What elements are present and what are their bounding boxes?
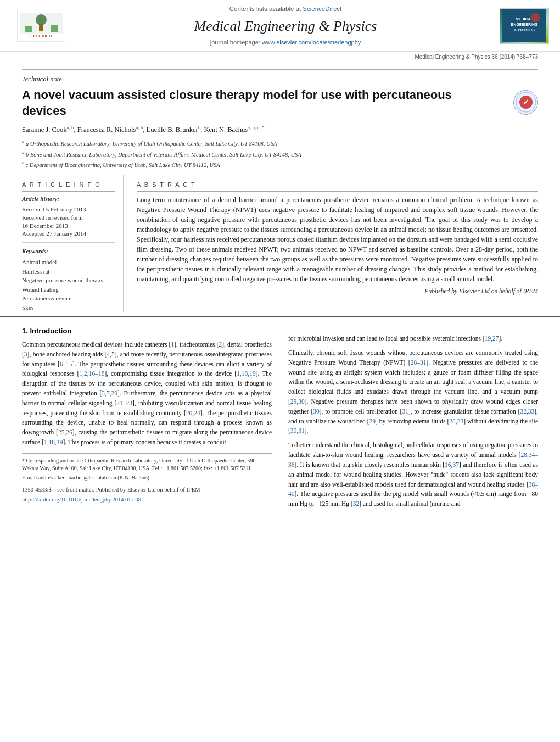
ref-29b[interactable]: 29 bbox=[369, 418, 376, 425]
sciencedirect-link[interactable]: ScienceDirect bbox=[303, 5, 341, 12]
article-title-row: A novel vacuum assisted closure therapy … bbox=[22, 87, 538, 119]
svg-point-2 bbox=[36, 14, 47, 25]
body-right-col: for microbial invasion and can lead to l… bbox=[288, 323, 538, 514]
ref-30b[interactable]: 30 bbox=[313, 408, 320, 415]
journal-issue: Medical Engineering & Physics 36 (2014) … bbox=[22, 53, 538, 62]
abstract-text: Long-term maintenance of a dermal barrie… bbox=[137, 195, 538, 284]
ref-38-40[interactable]: 38–40 bbox=[288, 481, 538, 498]
intro-para-2: for microbial invasion and can lead to l… bbox=[288, 334, 538, 344]
svg-text:& PHYSICS: & PHYSICS bbox=[514, 28, 535, 32]
keyword-3: Negative-pressure wound therapy bbox=[22, 276, 115, 285]
ref-25-26[interactable]: 25,26 bbox=[58, 429, 72, 436]
main-body: 1. Introduction Common percutaneous medi… bbox=[0, 316, 560, 525]
ref-3-7-20[interactable]: 3,7,20 bbox=[102, 390, 117, 397]
section1-title: 1. Introduction bbox=[22, 326, 272, 337]
author-2: Francesca R. Nicholsa, b bbox=[77, 126, 143, 133]
ref-1-18-19b[interactable]: 1,18,19 bbox=[44, 439, 63, 445]
svg-text:ELSEVIER: ELSEVIER bbox=[30, 34, 52, 38]
article-history-label: Article history: bbox=[22, 195, 115, 204]
ref-28-31[interactable]: 28–31 bbox=[411, 359, 427, 366]
journal-title: Medical Engineering & Physics bbox=[82, 16, 489, 37]
svg-text:MEDICAL: MEDICAL bbox=[516, 17, 534, 21]
svg-text:✓: ✓ bbox=[523, 98, 529, 107]
intro-para-3: Clinically, chronic soft tissue wounds w… bbox=[288, 348, 538, 436]
ref-19-27[interactable]: 19,27 bbox=[485, 335, 499, 342]
ref-20-24[interactable]: 20,24 bbox=[186, 410, 200, 416]
article-title: A novel vacuum assisted closure therapy … bbox=[22, 87, 472, 119]
journal-homepage: journal homepage: www.elsevier.com/locat… bbox=[82, 38, 489, 47]
doi-line: http://dx.doi.org/10.1016/j.medengphy.20… bbox=[22, 496, 272, 504]
ref-6-15[interactable]: 6–15 bbox=[60, 361, 72, 367]
article-received: Received 5 February 2013 Received in rev… bbox=[22, 205, 115, 238]
ref-31b[interactable]: 31 bbox=[402, 408, 408, 415]
affiliation-c: c c Department of Bioengineering, Univer… bbox=[22, 159, 538, 169]
corresponding-author-note: * Corresponding author at: Orthopaedic R… bbox=[22, 457, 272, 472]
article-info-header: A R T I C L E I N F O bbox=[22, 181, 115, 192]
elsevier-logo: ELSEVIER bbox=[11, 10, 71, 42]
ref-1-2-16-18[interactable]: 1,2,16–18 bbox=[79, 370, 104, 377]
email-note: E-mail address: kent.bachus@hsc.utah.edu… bbox=[22, 474, 272, 482]
keyword-2: Hairless rat bbox=[22, 267, 115, 276]
intro-para-4: To better understand the clinical, histo… bbox=[288, 440, 538, 509]
body-left-col: 1. Introduction Common percutaneous medi… bbox=[22, 323, 272, 514]
author-3: Lucille B. Brunkerb bbox=[147, 126, 201, 133]
sciencedirect-text: Contents lists available at ScienceDirec… bbox=[82, 4, 489, 14]
published-by: Published by Elsevier Ltd on behalf of I… bbox=[137, 287, 538, 296]
body-columns: 1. Introduction Common percutaneous medi… bbox=[22, 323, 538, 514]
affiliation-b: b b Bone and Joint Research Laboratory, … bbox=[22, 149, 538, 159]
authors-line: Saranne J. Cooka, b, Francesca R. Nichol… bbox=[22, 124, 538, 135]
keywords-label: Keywords: bbox=[22, 247, 115, 256]
article-info-col: A R T I C L E I N F O Article history: R… bbox=[22, 175, 124, 312]
ref-1[interactable]: 1 bbox=[171, 341, 174, 348]
ref-16-37[interactable]: 16,37 bbox=[445, 461, 459, 468]
ref-32-33[interactable]: 32,33 bbox=[520, 408, 534, 415]
ref-29-30[interactable]: 29,30 bbox=[290, 398, 305, 405]
ref-1-18-19[interactable]: 1,18,19 bbox=[237, 370, 256, 377]
svg-rect-5 bbox=[51, 25, 58, 32]
svg-rect-3 bbox=[39, 24, 43, 31]
footnote-section: * Corresponding author at: Orthopaedic R… bbox=[22, 453, 272, 504]
ref-2[interactable]: 2 bbox=[219, 341, 222, 348]
article-type: Technical note bbox=[22, 69, 538, 84]
ref-28-33[interactable]: 28,33 bbox=[449, 418, 463, 425]
ref-4-5[interactable]: 4,5 bbox=[107, 351, 114, 358]
svg-point-12 bbox=[531, 13, 540, 22]
ref-30-31[interactable]: 30,31 bbox=[290, 427, 305, 434]
svg-rect-4 bbox=[25, 26, 32, 32]
affiliations: a a Orthopaedic Research Laboratory, Uni… bbox=[22, 138, 538, 169]
journal-header: ELSEVIER Contents lists available at Sci… bbox=[0, 0, 560, 52]
abstract-header: A B S T R A C T bbox=[137, 181, 538, 192]
crossmark-badge: ✓ bbox=[513, 90, 538, 115]
ref-21-23[interactable]: 21–23 bbox=[116, 400, 132, 406]
issn-line: 1350-4533/$ – see front matter. Publishe… bbox=[22, 486, 272, 494]
ref-3[interactable]: 3 bbox=[24, 351, 27, 358]
content-area: Medical Engineering & Physics 36 (2014) … bbox=[0, 53, 560, 312]
article-info-abstract: A R T I C L E I N F O Article history: R… bbox=[22, 175, 538, 312]
keyword-4: Wound healing bbox=[22, 285, 115, 294]
intro-para-1: Common percutaneous medical devices incl… bbox=[22, 340, 272, 448]
doi-link[interactable]: http://dx.doi.org/10.1016/j.medengphy.20… bbox=[22, 496, 141, 503]
header-center: Contents lists available at ScienceDirec… bbox=[71, 4, 500, 47]
keyword-6: Skin bbox=[22, 303, 115, 313]
author-1: Saranne J. Cooka, b bbox=[22, 126, 74, 133]
keyword-5: Percutaneous device bbox=[22, 294, 115, 303]
homepage-link[interactable]: www.elsevier.com/locate/medengphy bbox=[262, 39, 361, 46]
ref-32b[interactable]: 32 bbox=[353, 500, 360, 507]
author-4: Kent N. Bachusa, b, c, * bbox=[204, 126, 265, 133]
svg-text:ENGINEERING: ENGINEERING bbox=[511, 23, 538, 26]
affiliation-a: a a Orthopaedic Research Laboratory, Uni… bbox=[22, 138, 538, 148]
journal-logo-right: MEDICAL ENGINEERING & PHYSICS bbox=[500, 8, 549, 44]
ref-28-34-36[interactable]: 28,34–36 bbox=[288, 451, 538, 468]
keywords-section: Keywords: Animal model Hairless rat Nega… bbox=[22, 242, 115, 312]
abstract-col: A B S T R A C T Long-term maintenance of… bbox=[137, 175, 538, 312]
keyword-1: Animal model bbox=[22, 258, 115, 267]
